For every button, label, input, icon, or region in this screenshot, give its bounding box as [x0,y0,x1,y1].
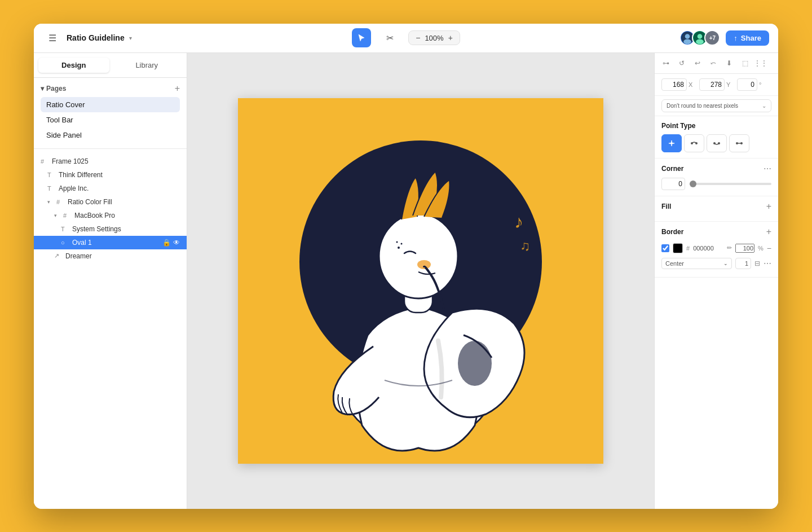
main-body: Design Library ▾ Pages + Ratio Cover Too… [34,53,778,509]
border-color-swatch[interactable] [673,243,683,253]
layer-frame-1025[interactable]: # Frame 1025 [34,155,187,168]
x-field: X [661,78,696,91]
share-icon: ↑ [734,34,738,42]
percent-symbol: % [758,245,764,252]
app-window: ☰ Ratio Guideline ▾ ✂ − 100% + [34,24,778,509]
pages-section-title: ▾ Pages [41,85,66,93]
y-input[interactable] [699,78,725,91]
border-options-button[interactable]: ⋯ [764,259,771,268]
fill-add-button[interactable]: + [766,202,771,211]
scissors-tool-button[interactable]: ✂ [380,28,399,47]
r-input[interactable] [737,78,757,91]
zoom-value: 100% [425,34,443,42]
svg-point-17 [670,142,673,144]
menu-button[interactable]: ☰ [43,28,62,47]
chevron-down-icon: ▾ [129,35,132,41]
x-input[interactable] [661,78,687,91]
section-header: ▾ Pages + [41,83,180,94]
fill-section: Fill + [655,196,778,222]
prop-tool-7[interactable]: ⋮⋮ [754,56,767,70]
svg-point-5 [696,39,704,45]
canvas-area[interactable]: ♪ ♫ [187,53,654,509]
page-item-ratio-cover[interactable]: Ratio Cover [41,97,180,112]
svg-point-11 [379,214,458,298]
page-item-tool-bar[interactable]: Tool Bar [41,112,180,127]
prop-tool-3[interactable]: ↩ [691,56,704,70]
add-page-button[interactable]: + [175,83,180,94]
svg-point-13 [401,243,403,244]
border-enabled-checkbox[interactable] [661,244,669,252]
prop-tool-2[interactable]: ↺ [675,56,689,70]
layers-section: # Frame 1025 T Think Different T Apple I… [34,149,187,509]
tab-library[interactable]: Library [112,58,183,73]
corner-more-button[interactable]: ⋯ [764,164,771,173]
border-width-input[interactable] [735,258,751,269]
corner-section: Corner ⋯ [655,159,778,196]
illustration-svg: ♪ ♫ [238,98,603,464]
zoom-control: − 100% + [408,30,460,45]
expand-icon: ▾ [54,213,60,218]
right-panel: ⊶ ↺ ↩ ⤺ ⬇ ⬚ ⋮⋮ X Y ° [654,53,778,509]
prop-tool-1[interactable]: ⊶ [659,56,673,70]
svg-text:♫: ♫ [520,238,530,253]
pt-btn-4[interactable] [729,134,749,152]
pointer-tool-button[interactable] [352,28,371,47]
layer-dreamer[interactable]: ↗ Dreamer [34,249,187,263]
prop-tool-6[interactable]: ⬚ [738,56,752,70]
layer-apple-inc[interactable]: T Apple Inc. [34,182,187,195]
svg-point-1 [685,34,690,39]
border-opacity-input[interactable] [735,244,754,253]
border-position-select[interactable]: Center ⌄ [661,258,732,269]
layer-system-settings[interactable]: T System Settings [34,222,187,236]
tab-design[interactable]: Design [38,58,109,73]
oval-icon: ○ [61,239,69,246]
corner-title: Corner [661,165,683,173]
svg-point-14 [396,241,398,243]
svg-point-2 [684,39,692,45]
pt-btn-1[interactable] [661,134,682,152]
stroke-style-icon: ⊟ [754,260,760,267]
border-type-row: Center ⌄ ⊟ ⋯ [661,256,771,271]
expand-icon: ▾ [47,199,53,205]
pixel-round-row: Don't round to nearest pixels ⌄ [655,96,778,116]
frame-icon: # [56,199,64,205]
title-bar-right: +7 ↑ Share [656,30,769,46]
point-type-title: Point Type [661,122,695,130]
fill-title: Fill [661,203,671,210]
point-type-header: Point Type [661,122,771,130]
pages-section: ▾ Pages + Ratio Cover Tool Bar Side Pane… [34,78,187,149]
pt-btn-3[interactable] [707,134,727,152]
corner-row [661,178,771,190]
x-label: X [689,81,694,88]
chevron-icon: ⌄ [762,103,766,109]
share-button[interactable]: ↑ Share [726,30,769,46]
border-title: Border [661,228,683,236]
r-field: ° [737,78,771,91]
border-add-button[interactable]: + [766,227,771,236]
zoom-out-button[interactable]: − [414,33,421,42]
layer-actions: 🔒 👁 [162,239,180,247]
pt-btn-2[interactable] [684,134,704,152]
corner-input[interactable] [661,178,685,190]
border-remove-button[interactable]: − [767,244,771,253]
prop-tool-4[interactable]: ⤺ [707,56,720,70]
text-icon: T [61,226,69,232]
app-title: Ratio Guideline [67,33,125,42]
pixel-round-selector[interactable]: Don't round to nearest pixels ⌄ [661,99,771,112]
layer-think-different[interactable]: T Think Different [34,168,187,182]
layer-ratio-color-fill[interactable]: ▾ # Ratio Color Fill [34,195,187,209]
text-icon: T [47,172,55,178]
panel-tabs: Design Library [34,53,187,78]
zoom-in-button[interactable]: + [447,33,454,42]
avatar-group: +7 [679,30,720,46]
hash-symbol: # [686,245,690,252]
border-row-1: # 000000 ✏ % − [661,241,771,256]
layer-oval-1[interactable]: ○ Oval 1 🔒 👁 [34,236,187,249]
page-item-side-panel[interactable]: Side Panel [41,127,180,143]
corner-slider[interactable] [690,183,771,185]
prop-tool-5[interactable]: ⬇ [722,56,736,70]
svg-point-16 [458,341,492,386]
edit-icon[interactable]: ✏ [727,244,732,252]
corner-header: Corner ⋯ [661,164,771,173]
layer-macbook-pro[interactable]: ▾ # MacBook Pro [34,209,187,222]
